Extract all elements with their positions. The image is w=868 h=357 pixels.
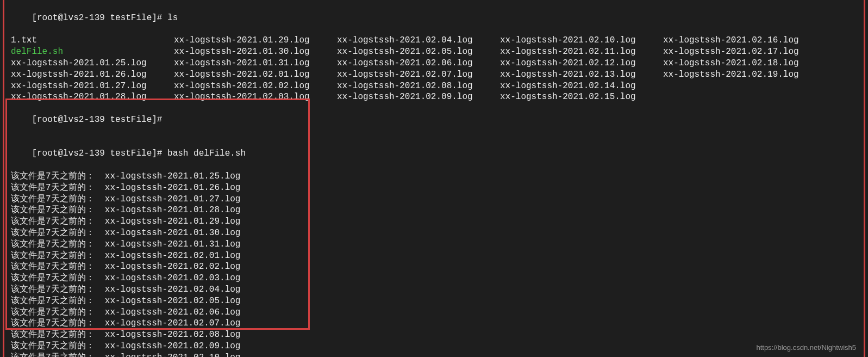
- prompt-text: [root@lvs2-139 testFile]# ls: [32, 13, 178, 23]
- ls-file-item: xx-logstssh-2021.02.19.log: [663, 69, 826, 81]
- ls-file-item: xx-logstssh-2021.02.18.log: [663, 58, 826, 69]
- ls-file-item: xx-logstssh-2021.01.25.log: [11, 58, 174, 69]
- ls-file-item: xx-logstssh-2021.02.04.log: [337, 35, 500, 46]
- ls-file-item: xx-logstssh-2021.02.03.log: [174, 91, 337, 103]
- ls-file-item: xx-logstssh-2021.02.15.log: [500, 91, 663, 103]
- script-output-line: 该文件是7天之前的： xx-logstssh-2021.02.03.log: [11, 273, 857, 284]
- ls-file-item: xx-logstssh-2021.02.05.log: [337, 46, 500, 58]
- ls-file-item: xx-logstssh-2021.02.17.log: [663, 46, 826, 58]
- script-output-line: 该文件是7天之前的： xx-logstssh-2021.01.30.log: [11, 227, 857, 239]
- ls-file-item: xx-logstssh-2021.02.14.log: [500, 81, 663, 92]
- script-output-line: 该文件是7天之前的： xx-logstssh-2021.02.10.log: [11, 352, 857, 357]
- ls-file-item: xx-logstssh-2021.01.26.log: [11, 69, 174, 81]
- script-output-line: 该文件是7天之前的： xx-logstssh-2021.02.05.log: [11, 296, 857, 307]
- script-output-line: 该文件是7天之前的： xx-logstssh-2021.01.25.log: [11, 171, 857, 182]
- ls-file-item: xx-logstssh-2021.02.11.log: [500, 46, 663, 58]
- script-output-line: 该文件是7天之前的： xx-logstssh-2021.01.31.log: [11, 239, 857, 250]
- terminal-window[interactable]: [root@lvs2-139 testFile]# ls 1.txtxx-log…: [3, 0, 865, 357]
- script-output-line: 该文件是7天之前的： xx-logstssh-2021.02.06.log: [11, 307, 857, 318]
- ls-file-item: xx-logstssh-2021.02.02.log: [174, 81, 337, 92]
- script-output-block: 该文件是7天之前的： xx-logstssh-2021.01.25.log该文件…: [11, 171, 857, 357]
- script-output-line: 该文件是7天之前的： xx-logstssh-2021.01.26.log: [11, 182, 857, 194]
- ls-file-item: xx-logstssh-2021.01.28.log: [11, 91, 174, 103]
- script-output-line: 该文件是7天之前的： xx-logstssh-2021.02.01.log: [11, 250, 857, 262]
- ls-file-item: xx-logstssh-2021.02.07.log: [337, 69, 500, 81]
- script-output-line: 该文件是7天之前的： xx-logstssh-2021.01.28.log: [11, 205, 857, 216]
- shell-prompt-line: [root@lvs2-139 testFile]# bash delFile.s…: [11, 137, 857, 171]
- script-output-line: 该文件是7天之前的： xx-logstssh-2021.02.09.log: [11, 341, 857, 352]
- prompt-text: [root@lvs2-139 testFile]#: [32, 115, 167, 125]
- script-output-line: 该文件是7天之前的： xx-logstssh-2021.02.04.log: [11, 284, 857, 296]
- ls-file-item: xx-logstssh-2021.01.29.log: [174, 35, 337, 46]
- ls-file-item: 1.txt: [11, 35, 174, 46]
- ls-empty-cell: [663, 91, 826, 103]
- script-output-line: 该文件是7天之前的： xx-logstssh-2021.02.02.log: [11, 261, 857, 273]
- script-output-line: 该文件是7天之前的： xx-logstssh-2021.02.07.log: [11, 318, 857, 329]
- ls-empty-cell: [663, 81, 826, 92]
- ls-file-item: xx-logstssh-2021.02.13.log: [500, 69, 663, 81]
- ls-file-item: xx-logstssh-2021.01.31.log: [174, 58, 337, 69]
- ls-output: 1.txtxx-logstssh-2021.01.29.logxx-logsts…: [11, 35, 857, 103]
- script-output-line: 该文件是7天之前的： xx-logstssh-2021.01.29.log: [11, 216, 857, 227]
- prompt-text: [root@lvs2-139 testFile]# bash delFile.s…: [32, 149, 246, 158]
- ls-file-item: xx-logstssh-2021.02.01.log: [174, 69, 337, 81]
- ls-file-item: xx-logstssh-2021.02.08.log: [337, 81, 500, 92]
- ls-file-item: xx-logstssh-2021.02.06.log: [337, 58, 500, 69]
- ls-file-item: xx-logstssh-2021.01.30.log: [174, 46, 337, 58]
- ls-file-item: xx-logstssh-2021.02.16.log: [663, 35, 826, 46]
- ls-file-item: xx-logstssh-2021.02.09.log: [337, 91, 500, 103]
- watermark-text: https://blog.csdn.net/Nightwish5: [756, 343, 856, 353]
- script-output-line: 该文件是7天之前的： xx-logstssh-2021.01.27.log: [11, 194, 857, 205]
- ls-file-item: delFile.sh: [11, 46, 174, 58]
- shell-prompt-line: [root@lvs2-139 testFile]#: [11, 103, 857, 137]
- ls-file-item: xx-logstssh-2021.01.27.log: [11, 81, 174, 92]
- ls-file-item: xx-logstssh-2021.02.12.log: [500, 58, 663, 69]
- script-output-line: 该文件是7天之前的： xx-logstssh-2021.02.08.log: [11, 329, 857, 341]
- shell-prompt-line: [root@lvs2-139 testFile]# ls: [11, 1, 857, 35]
- ls-file-item: xx-logstssh-2021.02.10.log: [500, 35, 663, 46]
